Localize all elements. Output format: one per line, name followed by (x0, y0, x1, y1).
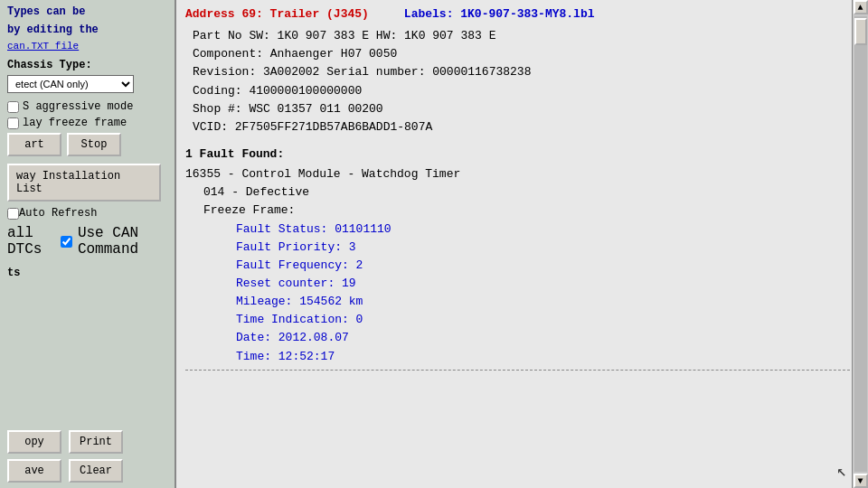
revision-line: Revision: 3A002002 Serial number: 000001… (185, 63, 859, 81)
auto-refresh-label: Auto Refresh (19, 207, 97, 220)
part-no-line: Part No SW: 1K0 907 383 E HW: 1K0 907 38… (185, 27, 859, 45)
start-stop-row: art Stop (7, 133, 167, 156)
auto-refresh-checkbox[interactable] (7, 208, 19, 220)
freeze-line-4: Mileage: 154562 km (236, 293, 859, 311)
aggressive-mode-checkbox[interactable] (7, 101, 19, 113)
can-checkbox[interactable] (61, 236, 72, 248)
main-panel: Address 69: Trailer (J345) Labels: 1K0-9… (176, 0, 868, 488)
scroll-thumb[interactable] (854, 18, 867, 45)
save-button[interactable]: ave (7, 459, 61, 483)
address-line: Address 69: Trailer (J345) Labels: 1K0-9… (185, 5, 859, 23)
bottom-buttons: opy Print ave Clear (7, 430, 167, 483)
scroll-up-arrow[interactable]: ▲ (854, 0, 868, 14)
print-button[interactable]: Print (69, 430, 123, 454)
freeze-line-1: Fault Priority: 3 (236, 239, 859, 257)
fault-section: 1 Fault Found: 16355 - Control Module - … (185, 145, 859, 366)
freeze-frame-header: Freeze Frame: (185, 202, 859, 220)
freeze-frame-row: lay freeze frame (7, 117, 167, 129)
address-text: Address 69: Trailer (J345) (185, 7, 369, 21)
copy-button[interactable]: opy (7, 430, 61, 454)
can-row: all DTCs Use CAN Command (7, 225, 167, 258)
fault-detail: 014 - Defective (185, 183, 859, 202)
labels-text: Labels: 1K0-907-383-MY8.lbl (404, 7, 595, 21)
freeze-frame-label: lay freeze frame (23, 117, 127, 129)
chassis-dropdown-row: etect (CAN only) (7, 75, 167, 93)
top-text2: by editing the (7, 23, 167, 38)
chassis-select[interactable]: etect (CAN only) (7, 75, 134, 93)
scroll-track[interactable] (854, 16, 867, 472)
freeze-line-5: Time Indication: 0 (236, 311, 859, 329)
coding-line: Coding: 4100000100000000 (185, 82, 859, 100)
gw-install-button[interactable]: way Installation List (7, 164, 161, 202)
start-button[interactable]: art (7, 133, 61, 156)
copy-print-row: opy Print (7, 430, 167, 454)
auto-refresh-row: Auto Refresh (7, 207, 167, 220)
left-panel: Types can be by editing the can.TXT file… (0, 0, 176, 488)
component-line: Component: Anhaenger H07 0050 (185, 45, 859, 63)
freeze-line-6: Date: 2012.08.07 (236, 329, 859, 347)
stop-button[interactable]: Stop (67, 133, 121, 156)
use-can-label: Use CAN Command (78, 225, 167, 258)
shop-line: Shop #: WSC 01357 011 00200 (185, 100, 859, 118)
freeze-line-3: Reset counter: 19 (236, 275, 859, 293)
aggressive-mode-row: S aggressive mode (7, 100, 167, 113)
all-dtcs-label: all DTCs (7, 225, 55, 258)
freeze-line-2: Fault Frequency: 2 (236, 257, 859, 275)
aggressive-mode-label: S aggressive mode (23, 100, 133, 113)
fault-code: 16355 - Control Module - Watchdog Timer (185, 165, 859, 183)
ts-label: ts (7, 267, 167, 279)
freeze-frame-data: Fault Status: 01101110 Fault Priority: 3… (185, 221, 859, 366)
chassis-label: Chassis Type: (7, 59, 167, 71)
freeze-line-7: Time: 12:52:17 (236, 348, 859, 366)
save-clear-row: ave Clear (7, 459, 167, 483)
top-text: Types can be (7, 5, 167, 20)
freeze-line-0: Fault Status: 01101110 (236, 221, 859, 239)
can-txt-link[interactable]: can.TXT file (7, 41, 167, 52)
freeze-frame-checkbox[interactable] (7, 117, 19, 129)
fault-found-header: 1 Fault Found: (185, 145, 859, 164)
scrollbar[interactable]: ▲ ▼ (852, 0, 868, 488)
cursor-area: ↖ (836, 461, 846, 481)
clear-button[interactable]: Clear (69, 459, 123, 483)
bottom-separator (185, 370, 859, 371)
scroll-down-arrow[interactable]: ▼ (854, 474, 868, 488)
main-content: Address 69: Trailer (J345) Labels: 1K0-9… (176, 0, 868, 488)
vcid-line: VCID: 2F7505FF271DB57AB6BADD1-807A (185, 118, 859, 136)
